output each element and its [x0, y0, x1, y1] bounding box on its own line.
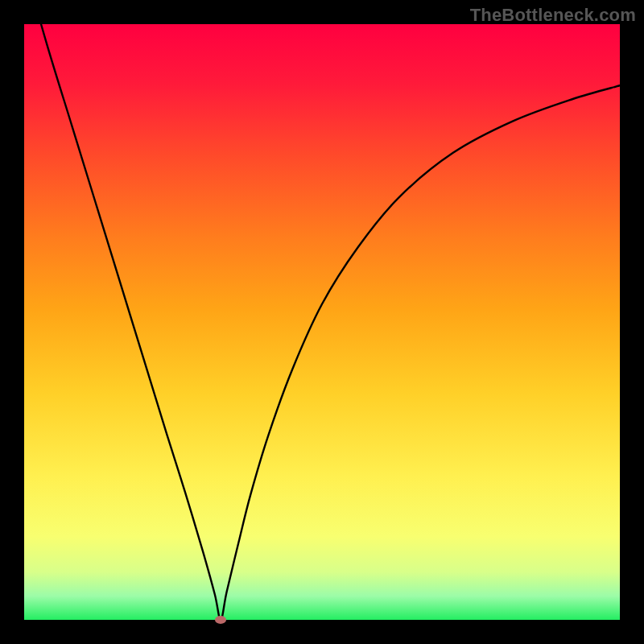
minimum-marker — [215, 616, 226, 624]
watermark-text: TheBottleneck.com — [470, 5, 636, 26]
bottleneck-curve — [24, 24, 620, 620]
plot-area — [24, 24, 620, 620]
chart-frame: TheBottleneck.com — [0, 0, 644, 644]
